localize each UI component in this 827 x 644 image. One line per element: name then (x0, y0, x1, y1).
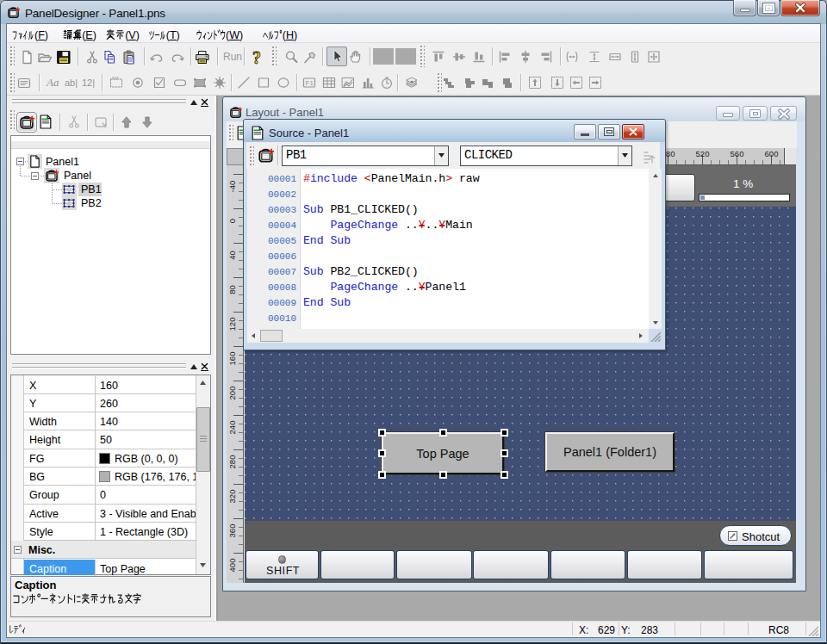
svg-text:F1: F1 (306, 79, 314, 87)
svg-text:xyz: xyz (112, 76, 119, 80)
svg-text:360: 360 (227, 524, 237, 538)
svg-text:80: 80 (227, 285, 237, 294)
svg-text:560: 560 (731, 149, 744, 158)
svg-text:240: 240 (227, 421, 237, 435)
svg-text:0: 0 (227, 219, 237, 223)
svg-text:?: ? (252, 49, 261, 66)
svg-text:520: 520 (696, 149, 710, 158)
svg-text:600: 600 (765, 149, 779, 158)
svg-text:120: 120 (227, 318, 237, 331)
svg-text:400: 400 (227, 559, 237, 573)
svg-text:200: 200 (227, 387, 237, 400)
svg-text:160: 160 (227, 352, 237, 366)
svg-text:40: 40 (227, 251, 237, 260)
svg-text:-40: -40 (227, 181, 237, 193)
svg-text:320: 320 (227, 490, 237, 504)
svg-text:Aa: Aa (46, 76, 59, 89)
svg-text:12|: 12| (82, 77, 95, 88)
svg-text:280: 280 (227, 455, 237, 469)
svg-text:ab|: ab| (65, 77, 78, 88)
